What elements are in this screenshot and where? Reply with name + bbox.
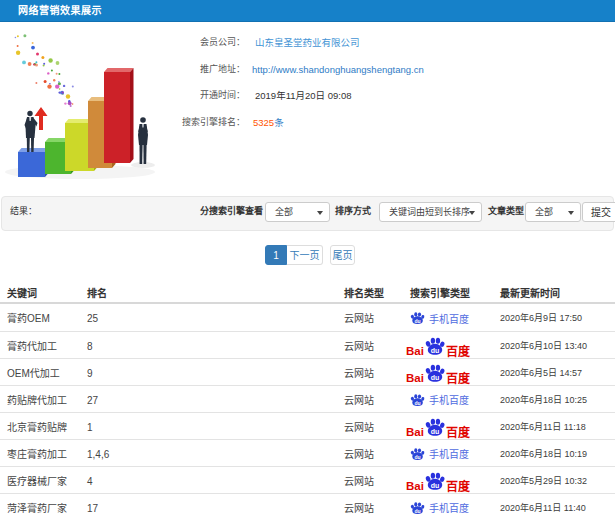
svg-text:du: du (414, 318, 420, 324)
svg-text:du: du (431, 373, 440, 380)
svg-text:du: du (414, 453, 420, 459)
svg-text:du: du (414, 507, 420, 513)
svg-text:du: du (431, 346, 440, 353)
svg-text:du: du (414, 399, 420, 405)
svg-text:du: du (431, 427, 440, 434)
svg-text:du: du (431, 481, 440, 488)
